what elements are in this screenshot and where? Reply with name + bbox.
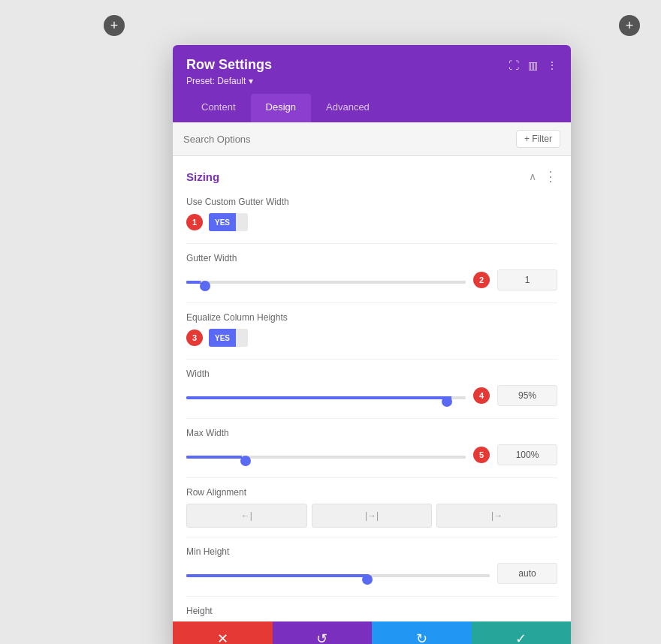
modal-body: Sizing ∧ ⋮ Use Custom Gutter Width 1 YES…: [173, 156, 571, 621]
section-title: Sizing: [186, 170, 219, 183]
align-right-button[interactable]: |→: [436, 504, 557, 528]
label-equalize-heights: Equalize Column Heights: [186, 312, 557, 323]
collapse-icon[interactable]: ∧: [529, 170, 536, 182]
filter-button[interactable]: + Filter: [516, 130, 560, 148]
toggle-no-eq: [236, 329, 248, 347]
divider-7: [186, 596, 557, 597]
sizing-section-header: Sizing ∧ ⋮: [173, 156, 571, 191]
width-slider[interactable]: [186, 396, 466, 399]
badge-2: 2: [473, 272, 490, 288]
save-button[interactable]: ✓: [472, 621, 572, 644]
more-icon[interactable]: ⋮: [547, 59, 557, 71]
divider-5: [186, 477, 557, 478]
align-left-button[interactable]: ←|: [186, 504, 307, 528]
header-icons: ⛶ ▥ ⋮: [509, 59, 557, 71]
divider-4: [186, 418, 557, 419]
section-controls: ∧ ⋮: [529, 168, 557, 185]
label-width: Width: [186, 369, 557, 379]
redo-button[interactable]: ↻: [372, 621, 472, 644]
badge-5: 5: [473, 447, 490, 463]
setting-width: Width 4: [173, 363, 571, 415]
setting-max-width: Max Width 5: [173, 422, 571, 474]
gutter-width-input[interactable]: [497, 269, 557, 290]
setting-gutter-width: Gutter Width 2: [173, 247, 571, 299]
label-gutter-width: Gutter Width: [186, 253, 557, 263]
label-min-height: Min Height: [186, 546, 557, 557]
toggle-yes: YES: [209, 213, 236, 231]
tab-bar: Content Design Advanced: [186, 94, 557, 122]
max-width-input[interactable]: [497, 444, 557, 465]
modal-title: Row Settings: [186, 57, 272, 73]
row-settings-modal: Row Settings ⛶ ▥ ⋮ Preset: Default ▾ Con…: [173, 45, 571, 644]
badge-3: 3: [186, 330, 203, 346]
add-button-left[interactable]: +: [104, 15, 125, 36]
label-custom-gutter: Use Custom Gutter Width: [186, 197, 557, 207]
toggle-equalize-heights[interactable]: YES: [209, 329, 248, 347]
undo-button[interactable]: ↺: [273, 621, 373, 644]
columns-icon[interactable]: ▥: [528, 59, 538, 71]
setting-custom-gutter: Use Custom Gutter Width 1 YES: [173, 191, 571, 240]
tab-content[interactable]: Content: [186, 94, 251, 122]
min-height-input[interactable]: [497, 563, 557, 584]
section-more-icon[interactable]: ⋮: [544, 168, 557, 185]
setting-min-height: Min Height: [173, 540, 571, 593]
setting-row-alignment: Row Alignment ←| |→| |→: [173, 481, 571, 534]
modal-header: Row Settings ⛶ ▥ ⋮ Preset: Default ▾ Con…: [173, 45, 571, 122]
alignment-buttons: ←| |→| |→: [186, 504, 557, 528]
divider-1: [186, 243, 557, 244]
width-input[interactable]: [497, 385, 557, 406]
toggle-no: [236, 213, 248, 231]
modal-footer: ✕ ↺ ↻ ✓: [173, 621, 571, 644]
badge-4: 4: [473, 387, 490, 404]
toggle-custom-gutter[interactable]: YES: [209, 213, 248, 231]
min-height-slider[interactable]: [186, 574, 490, 577]
search-bar: + Filter: [173, 122, 571, 156]
label-row-alignment: Row Alignment: [186, 487, 557, 498]
setting-equalize-heights: Equalize Column Heights 3 YES: [173, 306, 571, 356]
tab-design[interactable]: Design: [251, 94, 311, 122]
tab-advanced[interactable]: Advanced: [311, 94, 385, 122]
setting-height: Height: [173, 600, 571, 621]
badge-1: 1: [186, 214, 203, 230]
max-width-slider[interactable]: [186, 456, 466, 459]
align-center-button[interactable]: |→|: [312, 504, 433, 528]
fullscreen-icon[interactable]: ⛶: [509, 59, 519, 71]
preset-label[interactable]: Preset: Default ▾: [186, 76, 557, 86]
add-button-right[interactable]: +: [619, 15, 640, 36]
cancel-button[interactable]: ✕: [173, 621, 273, 644]
search-input[interactable]: [183, 134, 516, 145]
toggle-yes-eq: YES: [209, 329, 236, 347]
divider-3: [186, 359, 557, 360]
gutter-width-slider[interactable]: [186, 281, 466, 284]
divider-6: [186, 537, 557, 537]
label-height: Height: [186, 606, 557, 616]
divider-2: [186, 302, 557, 303]
label-max-width: Max Width: [186, 428, 557, 438]
